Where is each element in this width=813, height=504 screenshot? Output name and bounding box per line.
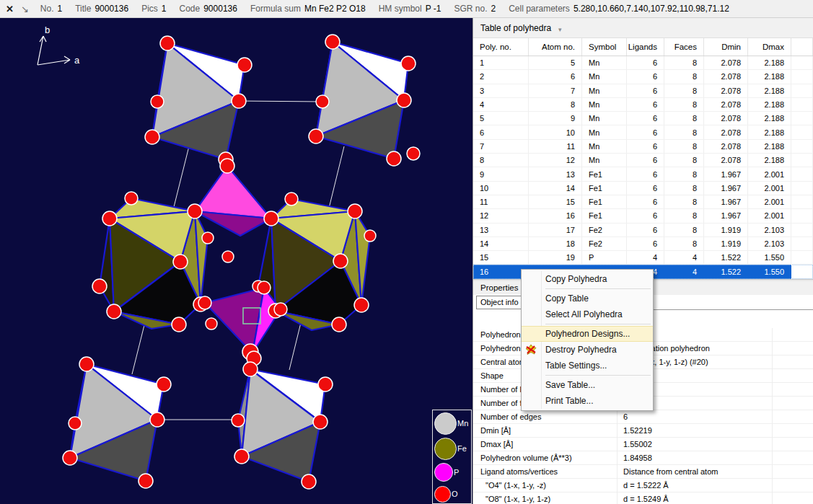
oxygen-atom[interactable]	[157, 377, 171, 392]
cell: Mn	[582, 140, 627, 154]
menu-item-copy-table[interactable]: Copy Table	[522, 291, 653, 306]
oxygen-atom[interactable]	[302, 474, 316, 489]
oxygen-atom[interactable]	[139, 474, 153, 488]
oxygen-atom[interactable]	[325, 35, 340, 49]
table-row-2[interactable]: 26Mn682.0782.188	[473, 70, 813, 84]
table-row-7[interactable]: 711Mn682.0782.188	[473, 140, 813, 154]
table-row-12[interactable]: 1216Fe1681.9672.001	[473, 209, 813, 223]
object-info-selector[interactable]: Object info	[476, 296, 522, 309]
menu-item-save-table[interactable]: Save Table...	[522, 377, 653, 393]
oxygen-atom[interactable]	[107, 304, 121, 319]
table-row-4[interactable]: 48Mn682.0782.188	[473, 98, 813, 112]
oxygen-atom[interactable]	[234, 449, 249, 464]
menu-item-select-all-polyhedra[interactable]: Select All Polyhedra	[522, 306, 653, 322]
table-row-5[interactable]: 59Mn682.0782.188	[473, 112, 813, 125]
cell: 8	[664, 98, 704, 112]
pop-out-icon[interactable]: ↘	[21, 4, 29, 14]
table-row-13[interactable]: 1317Fe2681.9192.103	[473, 224, 813, 237]
p-tetrahedron-top[interactable]	[195, 166, 271, 236]
oxygen-atom[interactable]	[264, 211, 278, 226]
column-header-faces[interactable]: Faces	[664, 38, 704, 56]
menu-item-print-table[interactable]: Print Table...	[522, 393, 653, 409]
oxygen-atom[interactable]	[243, 362, 258, 376]
property-value: 6	[617, 412, 628, 421]
mn-octahedron-bottom-left[interactable]	[70, 364, 164, 481]
oxygen-atom[interactable]	[401, 56, 416, 71]
table-row-11[interactable]: 1115Fe1681.9672.001	[473, 195, 813, 209]
oxygen-atom[interactable]	[220, 159, 234, 173]
oxygen-atom[interactable]	[407, 147, 420, 160]
cell: Mn	[582, 98, 627, 112]
oxygen-atom[interactable]	[397, 93, 411, 107]
oxygen-atom[interactable]	[316, 95, 329, 108]
cell: 10	[473, 182, 529, 195]
field-label: Pics	[141, 4, 158, 14]
oxygen-atom[interactable]	[258, 281, 271, 294]
table-row-15[interactable]: 1519P441.5221.550	[473, 251, 813, 265]
oxygen-atom[interactable]	[151, 95, 164, 108]
column-header-ligands[interactable]: Ligands	[627, 38, 664, 56]
menu-item-polyhedron-designs[interactable]: Polyhedron Designs...	[522, 326, 653, 342]
oxygen-atom[interactable]	[172, 317, 186, 332]
column-header-dmax[interactable]: Dmax	[748, 38, 791, 56]
table-row-3[interactable]: 37Mn682.0782.188	[473, 84, 813, 98]
menu-item-destroy-polyhedra[interactable]: Destroy Polyhedra	[522, 342, 653, 358]
oxygen-atom[interactable]	[188, 204, 202, 218]
cell: 2.103	[748, 237, 791, 251]
table-row-8[interactable]: 812Mn682.0782.188	[473, 154, 813, 167]
cell: 6	[627, 209, 664, 223]
menu-item-table-settings[interactable]: Table Settings...	[522, 358, 653, 373]
oxygen-atom[interactable]	[79, 357, 94, 371]
oxygen-atom[interactable]	[387, 151, 401, 166]
cell: 1.967	[704, 182, 748, 195]
field-label: Title	[75, 4, 91, 14]
legend-label: Fe	[457, 444, 467, 453]
oxygen-atom[interactable]	[125, 192, 138, 205]
oxygen-atom[interactable]	[173, 255, 188, 269]
oxygen-atom[interactable]	[232, 94, 246, 108]
structure-canvas[interactable]: b a	[0, 18, 473, 504]
oxygen-atom[interactable]	[92, 279, 107, 293]
oxygen-atom[interactable]	[206, 318, 217, 330]
oxygen-atom[interactable]	[160, 36, 175, 50]
oxygen-atom[interactable]	[285, 193, 298, 205]
field-value: 1	[162, 4, 167, 14]
oxygen-atom[interactable]	[150, 412, 164, 427]
column-header-atom-no-[interactable]: Atom no.	[529, 38, 582, 56]
oxygen-atom[interactable]	[232, 414, 245, 427]
oxygen-atom[interactable]	[364, 230, 376, 242]
mn-octahedron-bottom-right[interactable]	[238, 369, 325, 482]
column-header-symbol[interactable]: Symbol	[582, 38, 627, 56]
oxygen-atom[interactable]	[333, 254, 348, 268]
column-header-dmin[interactable]: Dmin	[704, 38, 748, 56]
column-header-poly-no-[interactable]: Poly. no.	[473, 38, 529, 56]
oxygen-atom[interactable]	[222, 251, 234, 262]
oxygen-atom[interactable]	[198, 296, 211, 309]
structure-viewport[interactable]: b a MnFePO	[0, 18, 473, 504]
table-row-6[interactable]: 610Mn682.0782.188	[473, 125, 813, 139]
oxygen-atom[interactable]	[145, 130, 159, 144]
mn-octahedron-top-right[interactable]	[316, 42, 408, 159]
mn-octahedron-top-left[interactable]	[152, 43, 245, 159]
cell: 6	[627, 140, 664, 154]
table-row-1[interactable]: 15Mn682.0782.188	[473, 56, 813, 70]
oxygen-atom[interactable]	[348, 204, 362, 218]
oxygen-atom[interactable]	[332, 317, 346, 332]
oxygen-atom[interactable]	[63, 451, 77, 465]
table-row-9[interactable]: 913Fe1681.9672.001	[473, 167, 813, 181]
chevron-down-icon[interactable]: ▾	[558, 26, 562, 33]
cell-filler	[791, 140, 813, 154]
oxygen-atom[interactable]	[318, 377, 333, 392]
oxygen-atom[interactable]	[202, 232, 214, 244]
oxygen-atom[interactable]	[309, 129, 323, 143]
oxygen-atom[interactable]	[237, 58, 252, 72]
close-icon[interactable]: ✕	[6, 4, 14, 14]
oxygen-atom[interactable]	[354, 298, 369, 312]
oxygen-atom[interactable]	[274, 303, 287, 316]
menu-item-copy-polyhedra[interactable]: Copy Polyhedra	[522, 271, 653, 287]
oxygen-atom[interactable]	[69, 417, 82, 430]
table-row-14[interactable]: 1418Fe2681.9192.103	[473, 237, 813, 251]
oxygen-atom[interactable]	[102, 211, 117, 226]
table-row-10[interactable]: 1014Fe1681.9672.001	[473, 182, 813, 195]
oxygen-atom[interactable]	[313, 415, 328, 429]
